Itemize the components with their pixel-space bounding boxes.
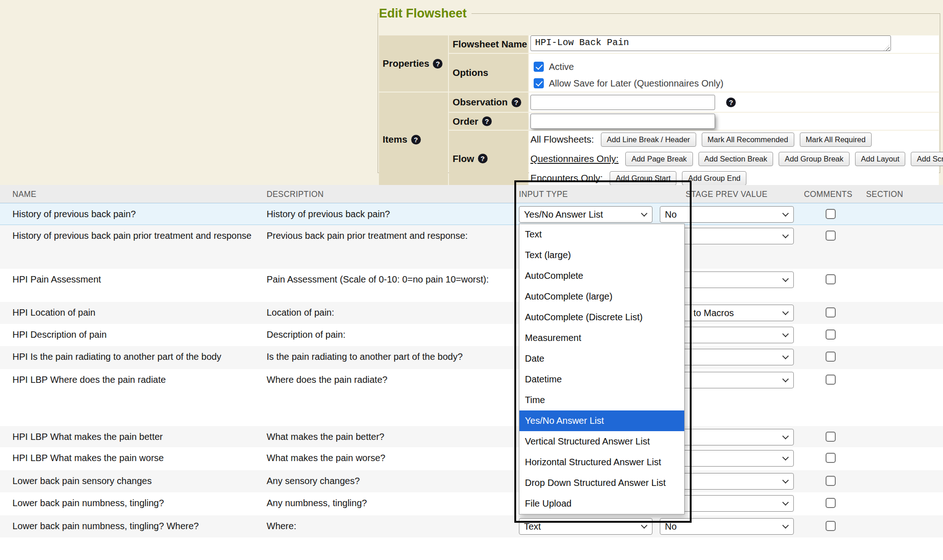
dropdown-option[interactable]: Yes/No Answer List — [519, 410, 684, 431]
dropdown-option[interactable]: AutoComplete (Discrete List) — [519, 307, 684, 328]
row-description: Any sensory changes? — [267, 475, 497, 487]
options-checkbox-list: Active Allow Save for Later (Questionnai… — [529, 54, 723, 90]
dropdown-option[interactable]: Vertical Structured Answer List — [519, 431, 684, 452]
help-icon[interactable] — [482, 116, 492, 126]
add-page-break-button[interactable]: Add Page Break — [625, 152, 693, 166]
dropdown-option[interactable]: Datetime — [519, 369, 684, 390]
dropdown-option[interactable]: Measurement — [519, 328, 684, 348]
table-row[interactable]: HPI LBP What makes the pain better What … — [0, 426, 943, 447]
table-row[interactable]: Lower back pain numbness, tingling? Wher… — [0, 515, 943, 537]
row-description: Pain Assessment (Scale of 0-10: 0=no pai… — [267, 273, 497, 286]
chevron-down-icon — [782, 210, 789, 217]
chevron-down-icon — [782, 433, 789, 439]
items-label: Items — [383, 134, 407, 145]
observation-cell — [529, 92, 939, 112]
dropdown-option[interactable]: Date — [519, 348, 684, 369]
comments-checkbox[interactable] — [826, 432, 836, 442]
table-row[interactable]: HPI Pain Assessment Pain Assessment (Sca… — [0, 269, 943, 302]
flow-group-buttons: Add Group StartAdd Group End — [610, 171, 746, 185]
stage-prev-value-select[interactable]: No — [660, 518, 794, 535]
order-input[interactable] — [530, 114, 715, 129]
items-label-cell: Items — [379, 92, 448, 186]
dropdown-option[interactable]: Drop Down Structured Answer List — [519, 473, 684, 493]
mark-all-required-button[interactable]: Mark All Required — [800, 133, 872, 147]
edit-flowsheet-panel: Edit Flowsheet Properties Flowsheet Name… — [378, 6, 940, 173]
dropdown-option[interactable]: AutoComplete — [519, 266, 684, 286]
help-icon[interactable] — [726, 98, 736, 107]
stage-prev-value-select[interactable]: No — [660, 206, 794, 223]
dropdown-option[interactable]: AutoComplete (large) — [519, 286, 684, 307]
help-icon[interactable] — [433, 59, 442, 69]
table-row[interactable]: History of previous back pain? History o… — [0, 203, 943, 225]
option-label: Allow Save for Later (Questionnaires Onl… — [549, 78, 723, 89]
table-row[interactable]: HPI Location of pain Location of pain: t… — [0, 302, 943, 324]
panel-title: Edit Flowsheet — [379, 6, 472, 20]
flowsheet-name-input[interactable]: HPI-Low Back Pain — [530, 35, 891, 51]
dropdown-option[interactable]: Text (large) — [519, 245, 684, 266]
comments-checkbox[interactable] — [826, 476, 836, 486]
add-section-break-button[interactable]: Add Section Break — [699, 152, 774, 166]
flowsheet-properties-grid: Properties Flowsheet Name HPI-Low Back P… — [379, 35, 939, 186]
table-row[interactable]: HPI LBP What makes the pain worse What m… — [0, 447, 943, 470]
flow-label: Flow — [449, 131, 528, 186]
comments-checkbox[interactable] — [826, 498, 836, 508]
table-row[interactable]: Lower back pain sensory changes Any sens… — [0, 470, 943, 492]
dropdown-option[interactable]: Time — [519, 390, 684, 410]
flow-group-label: Encounters Only: — [530, 173, 603, 184]
column-header-name: NAME — [12, 190, 36, 199]
dropdown-option[interactable]: Text — [519, 224, 684, 245]
help-icon[interactable] — [478, 154, 488, 163]
table-header-row: NAMEDESCRIPTIONINPUT TYPESTAGE PREV VALU… — [0, 185, 943, 203]
comments-checkbox[interactable] — [826, 352, 836, 362]
flow-group: Questionnaires Only: Add Page BreakAdd S… — [530, 151, 939, 166]
table-row[interactable]: HPI Description of pain Description of p… — [0, 324, 943, 346]
help-icon[interactable] — [512, 98, 521, 107]
add-group-start-button[interactable]: Add Group Start — [610, 171, 676, 185]
option-checkbox[interactable] — [534, 78, 544, 88]
mark-all-recommended-button[interactable]: Mark All Recommended — [702, 133, 794, 147]
row-name: HPI Is the pain radiating to another par… — [12, 351, 261, 363]
add-group-break-button[interactable]: Add Group Break — [779, 152, 850, 166]
add-scriptlet-button[interactable]: Add Scriptlet — [911, 152, 943, 166]
dropdown-option[interactable]: File Upload — [519, 493, 684, 514]
chevron-down-icon — [782, 232, 789, 238]
table-row[interactable]: HPI Is the pain radiating to another par… — [0, 346, 943, 369]
properties-label: Properties — [383, 58, 429, 69]
comments-checkbox[interactable] — [826, 375, 836, 385]
add-layout-button[interactable]: Add Layout — [855, 152, 905, 166]
observation-input[interactable] — [530, 95, 715, 110]
column-header-description: DESCRIPTION — [267, 190, 324, 199]
add-group-end-button[interactable]: Add Group End — [682, 171, 746, 185]
input-type-select[interactable]: Yes/No Answer List — [519, 206, 652, 223]
row-name: HPI LBP Where does the pain radiate — [12, 374, 261, 386]
comments-checkbox[interactable] — [826, 453, 836, 463]
option-checkbox[interactable] — [534, 62, 544, 72]
table-row[interactable]: HPI LBP Where does the pain radiate Wher… — [0, 369, 943, 426]
chevron-down-icon — [782, 309, 789, 315]
row-description: Is the pain radiating to another part of… — [267, 351, 497, 363]
chevron-down-icon — [782, 454, 789, 461]
comments-checkbox[interactable] — [826, 329, 836, 340]
row-name: HPI LBP What makes the pain worse — [12, 452, 261, 464]
row-description: Location of pain: — [267, 306, 497, 319]
chevron-down-icon — [782, 376, 789, 382]
comments-checkbox[interactable] — [826, 521, 836, 531]
items-table: NAMEDESCRIPTIONINPUT TYPESTAGE PREV VALU… — [0, 185, 943, 560]
row-name: Lower back pain sensory changes — [12, 475, 261, 487]
comments-checkbox[interactable] — [826, 209, 836, 219]
input-type-select[interactable]: Text — [519, 518, 652, 535]
add-line-break-header-button[interactable]: Add Line Break / Header — [601, 133, 696, 147]
chevron-down-icon — [782, 276, 789, 282]
help-icon[interactable] — [411, 135, 421, 144]
table-row[interactable]: History of previous back pain prior trea… — [0, 225, 943, 269]
properties-label-cell: Properties — [379, 35, 448, 92]
comments-checkbox[interactable] — [826, 307, 836, 318]
comments-checkbox[interactable] — [826, 231, 836, 241]
page: Edit Flowsheet Properties Flowsheet Name… — [0, 0, 943, 560]
table-row[interactable]: Lower back pain numbness, tingling? Any … — [0, 492, 943, 515]
row-name: HPI LBP What makes the pain better — [12, 431, 261, 443]
dropdown-option[interactable]: Horizontal Structured Answer List — [519, 452, 684, 473]
options-cell: Active Allow Save for Later (Questionnai… — [529, 54, 939, 92]
comments-checkbox[interactable] — [826, 274, 836, 284]
table-body: History of previous back pain? History o… — [0, 203, 943, 537]
